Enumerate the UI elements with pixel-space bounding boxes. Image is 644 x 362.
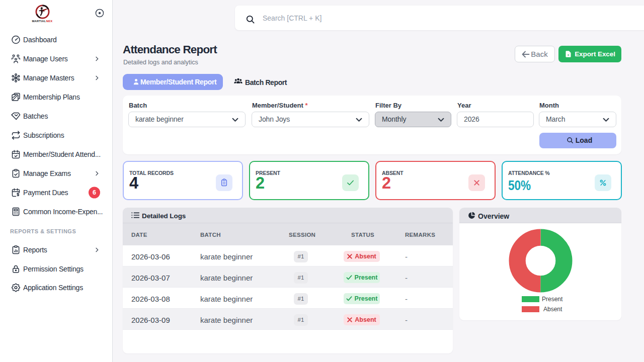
svg-text:x: x [568, 53, 570, 56]
